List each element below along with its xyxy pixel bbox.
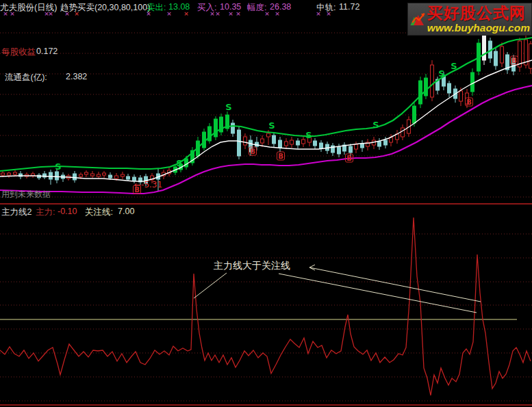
main-force-label: 主力: xyxy=(36,207,55,218)
sell-value: 13.08 xyxy=(168,2,190,12)
banner-url[interactable]: www.buyhaogu.com xyxy=(427,23,530,34)
buy-value: 10.35 xyxy=(220,2,241,12)
stock-app-window: SSSSSSSSBBBBBB←-5.31××××××××××××××××× 尤夫… xyxy=(0,0,532,407)
attention-line-value: 7.00 xyxy=(118,207,134,216)
float-label: 流通盘(亿): xyxy=(5,72,47,83)
svg-text:S: S xyxy=(268,120,275,131)
mid-label: 中轨: xyxy=(316,2,335,14)
sell-label: 卖出: xyxy=(147,2,166,14)
chart-svg[interactable]: SSSSSSSSBBBBBB←-5.31××××××××××××××××× xyxy=(0,0,532,407)
ad-banner[interactable]: 买好股公式网 www.buyhaogu.com xyxy=(407,3,532,36)
panel2-name: 主力线2 xyxy=(1,207,31,218)
svg-text:S: S xyxy=(176,158,182,168)
svg-text:S: S xyxy=(438,68,444,79)
banner-title: 买好股公式网 xyxy=(427,5,530,21)
svg-text:S: S xyxy=(372,120,379,130)
indicator-title: 趋势买卖(20,30,80,100) xyxy=(60,2,150,14)
buy-label: 买入: xyxy=(197,2,216,14)
chart-annotation-text: 主力线大于关注线 xyxy=(214,260,290,272)
svg-text:S: S xyxy=(225,102,231,112)
svg-text:B: B xyxy=(346,155,352,162)
banner-logo-icon xyxy=(409,9,426,29)
svg-text:B: B xyxy=(250,148,255,155)
float-value: 2.382 xyxy=(66,72,87,81)
svg-text:S: S xyxy=(55,161,61,172)
mid-value: 11.72 xyxy=(339,2,359,12)
future-data-watermark: 用到未来数据 xyxy=(1,189,51,200)
eps-value: 0.172 xyxy=(36,47,58,56)
svg-text:B: B xyxy=(278,153,283,160)
svg-text:S: S xyxy=(451,61,457,71)
attention-line-label: 关注线: xyxy=(85,207,113,218)
svg-text:B: B xyxy=(466,99,472,106)
stock-title: 尤夫股份(日线) xyxy=(0,2,57,14)
range-label: 幅度: xyxy=(247,2,266,14)
svg-text:B: B xyxy=(511,57,517,64)
eps-label: 每股收益 xyxy=(1,47,36,58)
range-value: 26.38 xyxy=(270,2,291,12)
svg-text:←-5.31: ←-5.31 xyxy=(134,180,162,189)
main-force-value: -0.10 xyxy=(58,207,77,216)
svg-text:S: S xyxy=(305,130,312,140)
